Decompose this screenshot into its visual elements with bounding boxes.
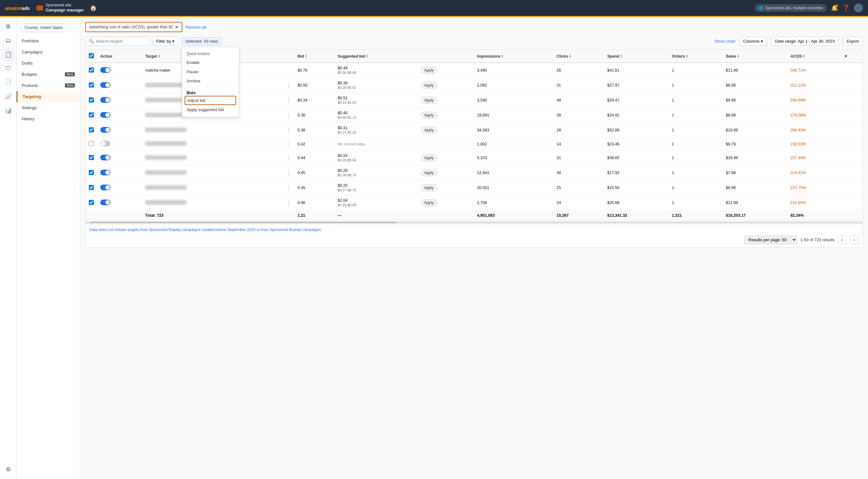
apply-suggested-bid-item[interactable]: Apply suggested bid bbox=[182, 105, 239, 114]
suggested-bid-info-icon[interactable]: ℹ bbox=[366, 54, 368, 58]
row-checkbox[interactable] bbox=[89, 127, 94, 132]
row-checkbox[interactable] bbox=[89, 113, 94, 118]
apply-bid-button[interactable]: Apply bbox=[421, 127, 437, 134]
user-avatar[interactable]: 👤 bbox=[854, 3, 863, 12]
sidebar-item-history[interactable]: History bbox=[17, 113, 80, 124]
row-three-dot-menu[interactable]: ⋮ bbox=[286, 141, 291, 147]
row-three-dot-menu[interactable]: ⋮ bbox=[286, 113, 291, 118]
prev-page-button[interactable]: ‹ bbox=[838, 235, 847, 244]
filter-chip-close[interactable]: ✕ bbox=[175, 25, 179, 30]
sidebar-item-targeting[interactable]: Targeting bbox=[17, 91, 80, 102]
sidebar-item-portfolios[interactable]: Portfolios bbox=[17, 35, 80, 46]
sidebar-icon-doc[interactable]: 📄 bbox=[2, 76, 14, 89]
row-checkbox[interactable] bbox=[89, 170, 94, 175]
row-three-dot-menu[interactable]: ⋮ bbox=[286, 170, 291, 176]
row-impressions-cell: 20,551 bbox=[474, 181, 554, 195]
home-icon[interactable]: 🏠 bbox=[90, 4, 97, 11]
export-button[interactable]: Export bbox=[842, 37, 863, 46]
country-button[interactable]: Country: United States bbox=[20, 23, 67, 32]
show-chart-button[interactable]: Show chart bbox=[715, 39, 735, 43]
bid-info-icon[interactable]: ℹ bbox=[305, 54, 307, 58]
impressions-info-icon[interactable]: ℹ bbox=[502, 54, 503, 58]
spend-info-icon[interactable]: ℹ bbox=[621, 54, 622, 58]
next-page-button[interactable]: › bbox=[850, 235, 859, 244]
row-toggle[interactable] bbox=[100, 199, 111, 205]
row-three-dot-menu[interactable]: ⋮ bbox=[286, 200, 291, 205]
columns-button[interactable]: Columns ▾ bbox=[739, 37, 767, 46]
top-nav: amazonads Sponsored ads Campaign manager… bbox=[0, 0, 868, 16]
quick-action-pause[interactable]: Pause bbox=[182, 67, 239, 76]
app-title-area: Sponsored ads Campaign manager bbox=[37, 3, 84, 13]
sidebar-item-products[interactable]: Products Beta bbox=[17, 80, 80, 91]
row-checkbox[interactable] bbox=[89, 83, 94, 88]
row-three-dot-menu[interactable]: ⋮ bbox=[286, 128, 291, 133]
quick-action-archive[interactable]: Archive bbox=[182, 76, 239, 86]
row-three-dot-menu[interactable]: ⋮ bbox=[286, 98, 291, 103]
select-all-header[interactable] bbox=[86, 50, 97, 63]
row-toggle[interactable] bbox=[100, 155, 111, 160]
apply-bid-button[interactable]: Apply bbox=[421, 154, 437, 161]
sidebar-icon-trending[interactable]: 📈 bbox=[2, 90, 14, 103]
row-toggle[interactable] bbox=[100, 185, 111, 190]
sidebar-icon-folder[interactable]: 🗂 bbox=[2, 34, 14, 47]
row-checkbox[interactable] bbox=[89, 155, 94, 160]
expand-column-header[interactable]: ▾ bbox=[842, 50, 863, 63]
toolbar-right: Show chart Columns ▾ Date range: Apr 1 -… bbox=[715, 37, 863, 46]
page-count-label: 1-50 of 723 results bbox=[800, 237, 835, 242]
quick-action-enable[interactable]: Enable bbox=[182, 58, 239, 67]
sales-info-icon[interactable]: ℹ bbox=[738, 54, 739, 58]
apply-bid-button[interactable]: Apply bbox=[421, 184, 437, 191]
apply-bid-button[interactable]: Apply bbox=[421, 112, 437, 119]
row-checkbox[interactable] bbox=[89, 67, 94, 72]
row-toggle[interactable] bbox=[100, 82, 111, 88]
row-checkbox[interactable] bbox=[89, 97, 94, 102]
date-range-button[interactable]: Date range: Apr 1 - Apr 30, 2023 bbox=[771, 37, 839, 46]
sidebar-item-drafts[interactable]: Drafts bbox=[17, 58, 80, 69]
row-toggle[interactable] bbox=[100, 97, 111, 103]
apply-bid-button[interactable]: Apply bbox=[421, 97, 437, 104]
sidebar-icon-campaigns[interactable]: 📋 bbox=[2, 48, 14, 61]
sidebar-item-settings[interactable]: Settings bbox=[17, 102, 80, 113]
results-per-page-select[interactable]: Results per page: 50 Results per page: 1… bbox=[744, 235, 797, 244]
target-info-icon[interactable]: ℹ bbox=[158, 54, 160, 58]
suggested-bid-column-header: Suggested bid ℹ bbox=[335, 50, 474, 63]
remove-all-button[interactable]: Remove all bbox=[186, 25, 206, 30]
row-three-dot-menu[interactable]: ⋮ bbox=[286, 83, 291, 88]
apply-bid-button[interactable]: Apply bbox=[421, 67, 437, 74]
sidebar-item-campaigns[interactable]: Campaigns bbox=[17, 46, 80, 58]
adjust-bid-item[interactable]: Adjust bid bbox=[185, 96, 236, 105]
columns-chevron-icon: ▾ bbox=[761, 39, 763, 43]
sidebar-icon-shield[interactable]: 🛡 bbox=[2, 62, 14, 75]
select-all-checkbox[interactable] bbox=[89, 53, 94, 58]
row-clicks-cell: 31 bbox=[553, 78, 604, 93]
row-checkbox[interactable] bbox=[89, 185, 94, 190]
totals-spend-cell: $13,341.32 bbox=[604, 211, 669, 221]
country-selector[interactable]: 🌐 Sponsored ads, multiple countries bbox=[755, 4, 827, 12]
row-toggle[interactable] bbox=[100, 141, 111, 147]
apply-bid-button[interactable]: Apply bbox=[421, 82, 437, 89]
sidebar-icon-settings[interactable]: ⚙ bbox=[2, 463, 14, 476]
scroll-left-icon[interactable]: ‹ bbox=[87, 220, 88, 225]
row-toggle[interactable] bbox=[100, 127, 111, 133]
sidebar-icon-chart[interactable]: 📊 bbox=[2, 104, 14, 117]
row-checkbox[interactable] bbox=[89, 141, 94, 146]
search-input[interactable] bbox=[96, 39, 146, 43]
row-toggle[interactable] bbox=[100, 67, 111, 73]
row-toggle[interactable] bbox=[100, 112, 111, 118]
sidebar-item-budgets[interactable]: Budgets Beta bbox=[17, 69, 80, 80]
row-three-dot-menu[interactable]: ⋮ bbox=[286, 185, 291, 191]
apply-bid-button[interactable]: Apply bbox=[421, 199, 437, 206]
sidebar-icon-grid[interactable]: ⊞ bbox=[2, 20, 14, 33]
row-toggle[interactable] bbox=[100, 170, 111, 175]
clicks-info-icon[interactable]: ℹ bbox=[569, 54, 571, 58]
filter-by-button[interactable]: Filter by ▾ bbox=[152, 37, 179, 46]
help-icon[interactable]: ❓ bbox=[842, 4, 849, 11]
scroll-right-icon[interactable]: › bbox=[860, 220, 861, 225]
row-checkbox[interactable] bbox=[89, 200, 94, 205]
notifications-icon[interactable]: 🔔 bbox=[831, 4, 838, 11]
acos-info-icon[interactable]: ℹ bbox=[803, 54, 804, 58]
row-spend-cell: $52.06 bbox=[604, 123, 669, 138]
orders-info-icon[interactable]: ℹ bbox=[686, 54, 687, 58]
row-three-dot-menu[interactable]: ⋮ bbox=[286, 155, 291, 161]
apply-bid-button[interactable]: Apply bbox=[421, 169, 437, 176]
